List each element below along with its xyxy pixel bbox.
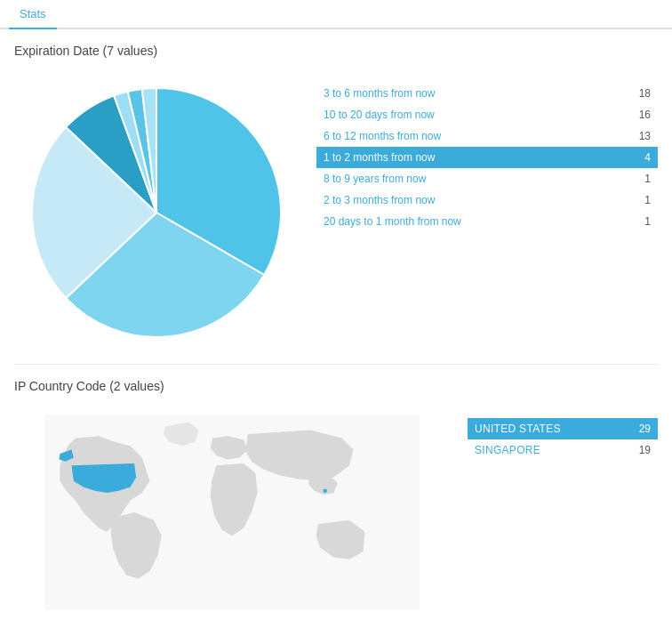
ipcountry-section: IP Country Code (2 values) (0, 365, 672, 415)
legend-count-6: 1 (644, 215, 651, 228)
country-row-0[interactable]: UNITED STATES29 (468, 418, 658, 439)
legend-row-2[interactable]: 6 to 12 months from now13 (316, 125, 658, 147)
country-label-0: UNITED STATES (475, 423, 561, 435)
pie-chart-container (14, 79, 299, 346)
country-label-1: SINGAPORE (475, 444, 540, 456)
legend-label-2: 6 to 12 months from now (324, 130, 441, 142)
country-legend: UNITED STATES29SINGAPORE19 (468, 418, 658, 461)
legend-count-0: 18 (639, 87, 651, 100)
legend-row-0[interactable]: 3 to 6 months from now18 (316, 83, 658, 104)
legend-label-4: 8 to 9 years from now (324, 173, 426, 185)
legend-label-1: 10 to 20 days from now (324, 109, 435, 121)
tab-stats[interactable]: Stats (9, 0, 57, 29)
legend-label-3: 1 to 2 months from now (324, 151, 435, 164)
legend-count-4: 1 (644, 173, 651, 185)
legend-count-5: 1 (644, 194, 651, 206)
expiration-legend: 3 to 6 months from now1810 to 20 days fr… (316, 83, 658, 232)
country-row-1[interactable]: SINGAPORE19 (468, 439, 658, 461)
expiration-chart-area: 3 to 6 months from now1810 to 20 days fr… (0, 79, 672, 364)
pie-chart (23, 79, 290, 346)
legend-label-0: 3 to 6 months from now (324, 87, 435, 100)
ipcountry-chart-area: UNITED STATES29SINGAPORE19 (0, 415, 672, 620)
legend-count-3: 4 (644, 151, 651, 164)
legend-row-3[interactable]: 1 to 2 months from now4 (316, 147, 658, 168)
ipcountry-title: IP Country Code (2 values) (14, 379, 658, 393)
world-map (14, 415, 450, 610)
legend-row-4[interactable]: 8 to 9 years from now1 (316, 168, 658, 189)
expiration-section: Expiration Date (7 values) (0, 29, 672, 79)
legend-label-5: 2 to 3 months from now (324, 194, 435, 206)
legend-row-5[interactable]: 2 to 3 months from now1 (316, 189, 658, 211)
world-map-container (14, 415, 450, 610)
tabs-bar: Stats (0, 0, 672, 29)
legend-row-1[interactable]: 10 to 20 days from now16 (316, 104, 658, 125)
country-count-0: 29 (639, 423, 651, 435)
country-count-1: 19 (639, 444, 651, 456)
legend-row-6[interactable]: 20 days to 1 month from now1 (316, 211, 658, 232)
singapore-highlight (324, 489, 327, 493)
legend-count-2: 13 (639, 130, 651, 142)
expiration-title: Expiration Date (7 values) (14, 44, 658, 58)
legend-label-6: 20 days to 1 month from now (324, 215, 461, 228)
legend-count-1: 16 (639, 109, 651, 121)
